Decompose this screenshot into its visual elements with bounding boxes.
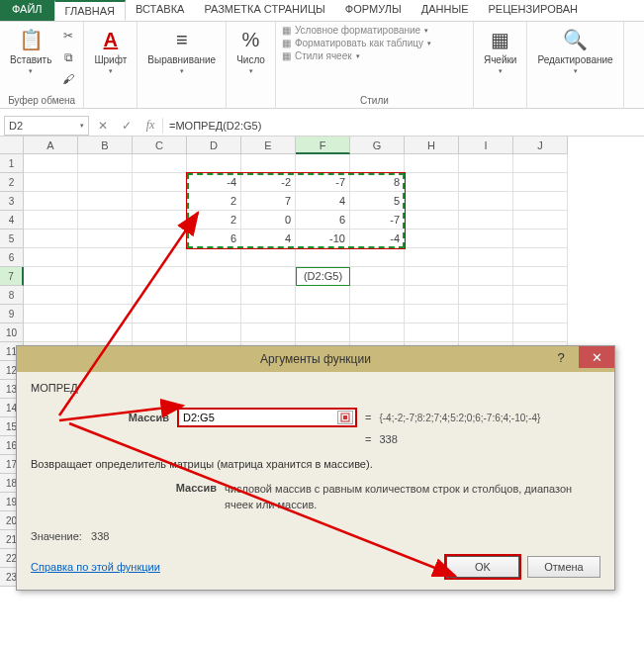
cell-G5[interactable]: -4 — [350, 230, 405, 248]
cell-J5[interactable] — [513, 230, 568, 248]
cell-A8[interactable] — [24, 286, 78, 305]
cell-H2[interactable] — [405, 173, 459, 192]
cell-C8[interactable] — [133, 286, 187, 305]
conditional-formatting-button[interactable]: ▦Условное форматирование▾ — [282, 25, 431, 36]
cell-H6[interactable] — [405, 248, 459, 267]
cancel-formula-button[interactable]: ✕ — [91, 119, 115, 133]
cell-E3[interactable]: 7 — [241, 192, 296, 211]
row-header-2[interactable]: 2 — [0, 173, 24, 192]
cell-B10[interactable] — [78, 323, 133, 342]
col-header-A[interactable]: A — [24, 137, 78, 154]
collapse-dialog-button[interactable] — [337, 411, 353, 424]
cell-I3[interactable] — [459, 192, 513, 211]
cell-F1[interactable] — [296, 154, 350, 173]
arg-array-input[interactable] — [183, 412, 337, 423]
dialog-help-button[interactable]: ? — [543, 346, 579, 368]
cell-B5[interactable] — [78, 230, 133, 248]
cell-B9[interactable] — [78, 305, 133, 323]
cell-D1[interactable] — [187, 154, 241, 173]
cell-I9[interactable] — [459, 305, 513, 323]
cell-H3[interactable] — [405, 192, 459, 211]
cell-G1[interactable] — [350, 154, 405, 173]
cell-F5[interactable]: -10 — [296, 230, 350, 248]
cell-D5[interactable]: 6 — [187, 230, 241, 248]
cell-A6[interactable] — [24, 248, 78, 267]
chevron-down-icon[interactable]: ▾ — [80, 122, 84, 130]
cell-H9[interactable] — [405, 305, 459, 323]
cell-J10[interactable] — [513, 323, 568, 342]
col-header-E[interactable]: E — [241, 137, 296, 154]
cell-F10[interactable] — [296, 323, 350, 342]
cell-D4[interactable]: 2 — [187, 211, 241, 230]
row-header-10[interactable]: 10 — [0, 323, 24, 342]
cell-A10[interactable] — [24, 323, 78, 342]
cell-styles-button[interactable]: ▦Стили ячеек▾ — [282, 50, 431, 61]
dialog-titlebar[interactable]: Аргументы функции ? ✕ — [17, 346, 614, 372]
cell-G6[interactable] — [350, 248, 405, 267]
cell-B1[interactable] — [78, 154, 133, 173]
cell-H5[interactable] — [405, 230, 459, 248]
cell-H4[interactable] — [405, 211, 459, 230]
cell-I1[interactable] — [459, 154, 513, 173]
cell-C9[interactable] — [133, 305, 187, 323]
cell-J3[interactable] — [513, 192, 568, 211]
alignment-button[interactable]: ≡ Выравнивание ▾ — [143, 25, 220, 77]
cell-F4[interactable]: 6 — [296, 211, 350, 230]
tab-review[interactable]: РЕЦЕНЗИРОВАН — [478, 0, 588, 21]
cell-E8[interactable] — [241, 286, 296, 305]
cell-C4[interactable] — [133, 211, 187, 230]
cell-I2[interactable] — [459, 173, 513, 192]
cell-A9[interactable] — [24, 305, 78, 323]
col-header-D[interactable]: D — [187, 137, 241, 154]
cell-D9[interactable] — [187, 305, 241, 323]
cell-J4[interactable] — [513, 211, 568, 230]
cell-I5[interactable] — [459, 230, 513, 248]
cell-D10[interactable] — [187, 323, 241, 342]
cell-C6[interactable] — [133, 248, 187, 267]
cell-B8[interactable] — [78, 286, 133, 305]
cell-G8[interactable] — [350, 286, 405, 305]
editing-button[interactable]: 🔍 Редактирование ▾ — [533, 25, 616, 77]
cell-B7[interactable] — [78, 267, 133, 286]
cells-button[interactable]: ▦ Ячейки ▾ — [480, 25, 521, 77]
cell-D6[interactable] — [187, 248, 241, 267]
cell-A1[interactable] — [24, 154, 78, 173]
cell-J6[interactable] — [513, 248, 568, 267]
tab-insert[interactable]: ВСТАВКА — [126, 0, 194, 21]
format-painter-button[interactable]: 🖌 — [59, 70, 77, 88]
cell-D3[interactable]: 2 — [187, 192, 241, 211]
cell-H10[interactable] — [405, 323, 459, 342]
cell-A2[interactable] — [24, 173, 78, 192]
cell-H7[interactable] — [405, 267, 459, 286]
copy-button[interactable]: ⧉ — [59, 48, 77, 66]
row-header-8[interactable]: 8 — [0, 286, 24, 305]
cell-I8[interactable] — [459, 286, 513, 305]
cell-I7[interactable] — [459, 267, 513, 286]
row-header-1[interactable]: 1 — [0, 154, 24, 173]
col-header-C[interactable]: C — [133, 137, 187, 154]
cell-E6[interactable] — [241, 248, 296, 267]
cell-B2[interactable] — [78, 173, 133, 192]
row-header-7[interactable]: 7 — [0, 267, 24, 286]
cell-C5[interactable] — [133, 230, 187, 248]
cell-G2[interactable]: 8 — [350, 173, 405, 192]
cell-E2[interactable]: -2 — [241, 173, 296, 192]
ok-button[interactable]: OK — [446, 556, 519, 578]
col-header-F[interactable]: F — [296, 137, 350, 154]
cell-B4[interactable] — [78, 211, 133, 230]
cell-E10[interactable] — [241, 323, 296, 342]
cell-G3[interactable]: 5 — [350, 192, 405, 211]
cell-A5[interactable] — [24, 230, 78, 248]
cell-E9[interactable] — [241, 305, 296, 323]
col-header-J[interactable]: J — [513, 137, 568, 154]
tab-page-layout[interactable]: РАЗМЕТКА СТРАНИЦЫ — [194, 0, 334, 21]
cell-E7[interactable] — [241, 267, 296, 286]
row-header-6[interactable]: 6 — [0, 248, 24, 267]
cell-D2[interactable]: -4 — [187, 173, 241, 192]
paste-button[interactable]: 📋 Вставить ▾ — [6, 25, 55, 77]
select-all-corner[interactable] — [0, 137, 24, 154]
cell-G7[interactable] — [350, 267, 405, 286]
fx-button[interactable]: fx — [138, 118, 162, 133]
cell-J7[interactable] — [513, 267, 568, 286]
cell-F3[interactable]: 4 — [296, 192, 350, 211]
